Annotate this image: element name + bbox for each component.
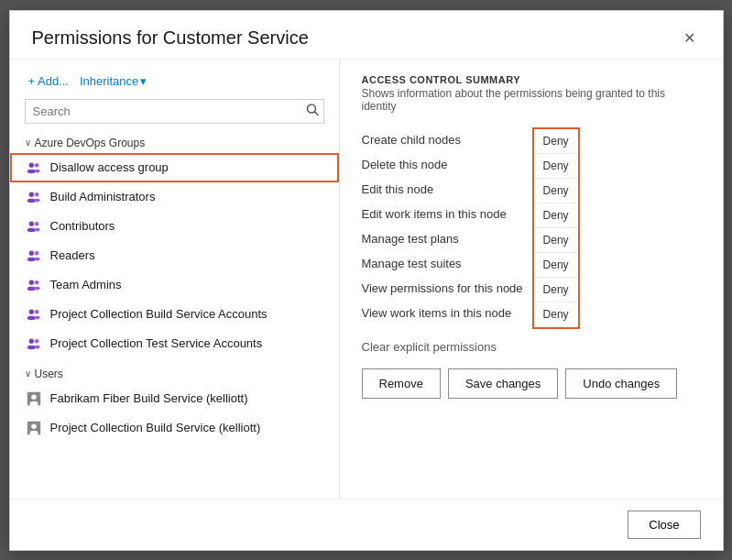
list-item[interactable]: Project Collection Test Service Accounts: [10, 329, 339, 358]
deny-value: Deny: [534, 228, 578, 253]
dialog: Permissions for Customer Service ✕ + Add…: [9, 10, 724, 551]
svg-point-21: [34, 286, 39, 290]
dialog-body: + Add... Inheritance ▾ ∨ A: [10, 60, 723, 499]
search-box: [25, 99, 324, 124]
svg-point-17: [34, 257, 39, 260]
deny-value: Deny: [534, 129, 578, 154]
group-icon: [25, 305, 43, 324]
list-item-label: Project Collection Build Service Account…: [50, 307, 268, 321]
group-icon: [25, 159, 43, 177]
group-icon: [25, 188, 43, 206]
list-item-label: Project Collection Test Service Accounts: [50, 336, 263, 350]
perm-label: Manage test plans: [362, 226, 523, 251]
dialog-title: Permissions for Customer Service: [32, 27, 309, 49]
list-item-label: Team Admins: [50, 278, 122, 291]
list-item[interactable]: Project Collection Build Service Account…: [10, 300, 339, 329]
deny-value: Deny: [534, 179, 578, 203]
svg-point-27: [34, 339, 38, 344]
svg-point-11: [34, 222, 38, 226]
add-button[interactable]: + Add...: [25, 72, 72, 90]
list-item-label: Fabrikam Fiber Build Service (kelliott): [50, 391, 248, 405]
deny-value: Deny: [534, 253, 578, 278]
save-changes-button[interactable]: Save changes: [448, 368, 558, 399]
svg-point-13: [34, 227, 39, 231]
right-panel: ACCESS CONTROL SUMMARY Shows information…: [340, 60, 723, 499]
svg-point-32: [29, 401, 38, 405]
perm-label: Edit this node: [362, 177, 523, 202]
list-item[interactable]: Contributors: [10, 212, 339, 241]
close-x-button[interactable]: ✕: [678, 27, 701, 49]
svg-point-29: [34, 345, 39, 348]
remove-button[interactable]: Remove: [362, 368, 441, 399]
perm-label: View work items in this node: [362, 301, 523, 325]
svg-point-20: [27, 286, 35, 291]
list-item-label: Readers: [50, 248, 95, 262]
deny-column-box: Deny Deny Deny Deny Deny Deny Deny Deny: [532, 127, 580, 329]
group-icon: [25, 217, 43, 236]
search-input[interactable]: [25, 99, 324, 124]
svg-point-19: [34, 280, 38, 285]
groups-chevron-icon: ∨: [25, 137, 31, 148]
svg-point-26: [28, 338, 33, 343]
action-buttons: Remove Save changes Undo changes: [362, 368, 701, 399]
svg-point-23: [34, 310, 38, 314]
permissions-section: Create child nodes Delete this node Edit…: [362, 127, 701, 329]
deny-value: Deny: [534, 154, 578, 179]
perm-label: View permissions for this node: [362, 276, 523, 301]
list-item[interactable]: Project Collection Build Service (kellio…: [10, 413, 339, 443]
list-item-label: Contributors: [50, 219, 115, 233]
inheritance-button[interactable]: Inheritance ▾: [76, 72, 150, 90]
dialog-header: Permissions for Customer Service ✕: [10, 11, 723, 60]
left-panel: + Add... Inheritance ▾ ∨ A: [10, 60, 340, 499]
deny-value: Deny: [534, 278, 578, 302]
svg-point-6: [28, 192, 33, 196]
perm-label: Delete this node: [362, 152, 523, 177]
svg-point-9: [34, 198, 39, 202]
svg-point-5: [34, 169, 39, 172]
svg-point-22: [28, 309, 33, 313]
undo-changes-button[interactable]: Undo changes: [565, 368, 677, 399]
users-label: ∨ Users: [10, 364, 339, 384]
svg-point-14: [28, 250, 33, 255]
users-chevron-icon: ∨: [25, 368, 31, 379]
perm-label: Edit work items in this node: [362, 202, 523, 226]
list-item-label: Project Collection Build Service (kellio…: [50, 421, 261, 434]
svg-point-34: [31, 423, 36, 428]
search-icon[interactable]: [306, 104, 319, 119]
perm-label: Manage test suites: [362, 251, 523, 276]
user-icon: [25, 390, 43, 408]
svg-point-12: [27, 227, 35, 232]
deny-value: Deny: [534, 203, 578, 228]
close-button[interactable]: Close: [628, 511, 700, 539]
svg-point-2: [28, 162, 33, 167]
user-icon: [25, 419, 43, 437]
azure-devops-groups-label: ∨ Azure DevOps Groups: [10, 133, 339, 153]
svg-point-24: [27, 315, 35, 320]
svg-point-7: [34, 192, 38, 197]
dialog-footer: Close: [10, 499, 723, 550]
svg-point-10: [28, 221, 33, 225]
group-icon: [25, 276, 43, 294]
svg-point-28: [27, 345, 35, 349]
svg-point-16: [27, 257, 35, 261]
list-item[interactable]: Disallow access group: [10, 153, 339, 182]
svg-point-25: [34, 315, 39, 319]
group-icon: [25, 335, 43, 353]
svg-line-1: [314, 112, 318, 115]
clear-permissions-link[interactable]: Clear explicit permissions: [362, 340, 701, 354]
acs-subtitle: Shows information about the permissions …: [362, 87, 701, 113]
deny-column-wrapper: Deny Deny Deny Deny Deny Deny Deny Deny: [523, 127, 580, 329]
acs-title: ACCESS CONTROL SUMMARY: [362, 74, 701, 85]
svg-point-35: [29, 430, 38, 434]
svg-point-3: [34, 163, 38, 168]
list-item[interactable]: Team Admins: [10, 270, 339, 300]
list-item[interactable]: Build Administrators: [10, 182, 339, 212]
svg-point-4: [27, 169, 35, 173]
permissions-labels: Create child nodes Delete this node Edit…: [362, 127, 523, 329]
list-item[interactable]: Fabrikam Fiber Build Service (kelliott): [10, 384, 339, 413]
group-icon: [25, 247, 43, 265]
svg-point-18: [28, 280, 33, 284]
list-item[interactable]: Readers: [10, 241, 339, 270]
left-toolbar: + Add... Inheritance ▾: [10, 72, 339, 99]
svg-point-31: [31, 394, 36, 399]
